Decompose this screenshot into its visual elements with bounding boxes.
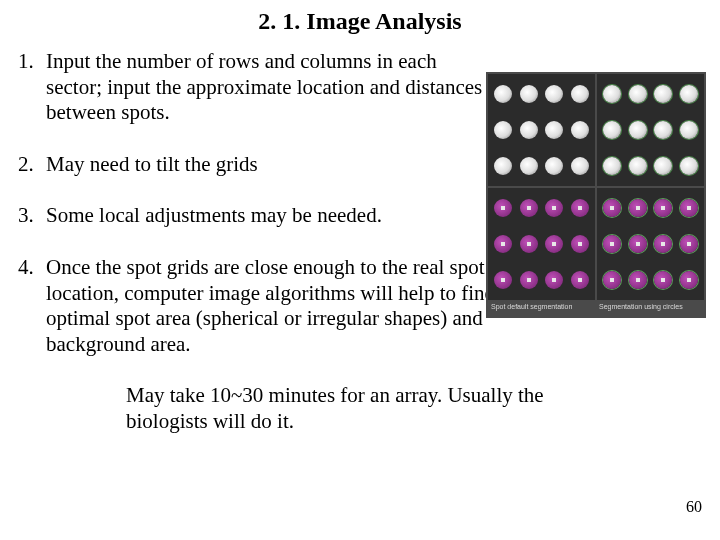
spot-icon xyxy=(545,121,563,139)
spot-icon xyxy=(629,121,647,139)
spot-icon xyxy=(571,157,589,175)
figure-caption-row: Spot default segmentation Segmentation u… xyxy=(488,302,704,316)
spot-icon xyxy=(654,271,672,289)
item-number: 1. xyxy=(18,49,46,126)
spot-icon xyxy=(571,235,589,253)
spot-icon xyxy=(603,271,621,289)
item-text: Input the number of rows and columns in … xyxy=(46,49,486,126)
item-number: 4. xyxy=(18,255,46,357)
spot-icon xyxy=(603,85,621,103)
spot-icon xyxy=(629,157,647,175)
item-text: May need to tilt the grids xyxy=(46,152,258,178)
spot-icon xyxy=(603,235,621,253)
spot-icon xyxy=(520,121,538,139)
spot-icon xyxy=(494,157,512,175)
spot-icon xyxy=(629,199,647,217)
spot-icon xyxy=(571,85,589,103)
spot-icon xyxy=(680,85,698,103)
spot-icon xyxy=(654,235,672,253)
spot-icon xyxy=(545,199,563,217)
spot-icon xyxy=(603,157,621,175)
spot-icon xyxy=(654,85,672,103)
figure-quadrant-top-left xyxy=(488,74,595,186)
spot-icon xyxy=(545,271,563,289)
footnote-text: May take 10~30 minutes for an array. Usu… xyxy=(126,383,606,434)
page-number: 60 xyxy=(686,498,702,516)
spot-icon xyxy=(603,121,621,139)
spot-icon xyxy=(680,271,698,289)
spot-icon xyxy=(629,235,647,253)
item-text: Some local adjustments may be needed. xyxy=(46,203,382,229)
spot-icon xyxy=(545,85,563,103)
spot-icon xyxy=(545,235,563,253)
item-number: 2. xyxy=(18,152,46,178)
spot-icon xyxy=(545,157,563,175)
figure-caption-right: Segmentation using circles xyxy=(596,302,704,316)
spot-icon xyxy=(520,235,538,253)
figure-quadrant-top-right xyxy=(597,74,704,186)
spot-icon xyxy=(654,157,672,175)
figure-quadrant-bottom-left xyxy=(488,188,595,300)
item-number: 3. xyxy=(18,203,46,229)
spot-icon xyxy=(494,121,512,139)
spot-icon xyxy=(520,157,538,175)
spot-icon xyxy=(571,271,589,289)
spot-icon xyxy=(520,199,538,217)
spot-icon xyxy=(520,85,538,103)
spot-icon xyxy=(571,199,589,217)
spot-icon xyxy=(571,121,589,139)
spot-icon xyxy=(629,271,647,289)
spot-icon xyxy=(494,199,512,217)
spot-icon xyxy=(629,85,647,103)
microarray-figure: Spot default segmentation Segmentation u… xyxy=(486,72,706,318)
figure-caption-left: Spot default segmentation xyxy=(488,302,596,316)
spot-icon xyxy=(520,271,538,289)
spot-icon xyxy=(680,199,698,217)
spot-icon xyxy=(494,235,512,253)
spot-icon xyxy=(680,235,698,253)
spot-icon xyxy=(603,199,621,217)
spot-icon xyxy=(654,199,672,217)
spot-icon xyxy=(494,85,512,103)
figure-quadrant-bottom-right xyxy=(597,188,704,300)
slide-title: 2. 1. Image Analysis xyxy=(0,8,720,35)
spot-icon xyxy=(654,121,672,139)
spot-icon xyxy=(680,157,698,175)
spot-icon xyxy=(494,271,512,289)
spot-icon xyxy=(680,121,698,139)
